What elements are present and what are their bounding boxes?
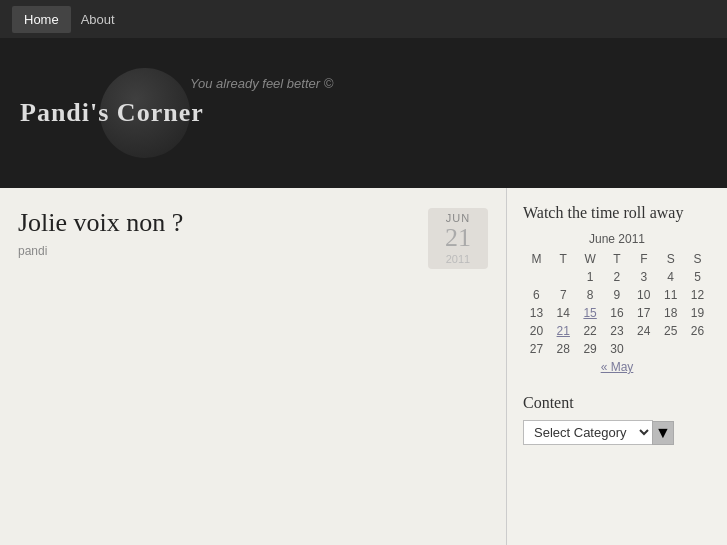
calendar-cell: 28 — [550, 340, 577, 358]
calendar-cell: 9 — [604, 286, 631, 304]
calendar-cell: 4 — [657, 268, 684, 286]
date-badge: JUN 21 2011 — [428, 208, 488, 269]
calendar-prev[interactable]: « May — [523, 358, 711, 376]
content-widget-title: Content — [523, 394, 711, 412]
main-layout: Jolie voix non ? pandi JUN 21 2011 Watch… — [0, 188, 727, 545]
cal-th-t1: T — [550, 250, 577, 268]
calendar-nav-row: « May — [523, 358, 711, 376]
calendar-cell: 26 — [684, 322, 711, 340]
calendar-cell: 2 — [604, 268, 631, 286]
calendar-cell: 17 — [630, 304, 657, 322]
nav-home[interactable]: Home — [12, 6, 71, 33]
calendar-table: June 2011 M T W T F S S 1234567891011121… — [523, 232, 711, 376]
date-day: 21 — [428, 224, 488, 253]
calendar-row: 27282930 — [523, 340, 711, 358]
cal-th-s2: S — [684, 250, 711, 268]
calendar-cell — [657, 340, 684, 358]
calendar-widget-title: Watch the time roll away — [523, 204, 711, 222]
calendar-date-link[interactable]: 21 — [557, 324, 570, 338]
site-header: You already feel better © Pandi's Corner — [0, 38, 727, 188]
site-title: Pandi's Corner — [20, 98, 204, 128]
calendar-cell: 20 — [523, 322, 550, 340]
calendar-cell: 12 — [684, 286, 711, 304]
calendar-cell: 1 — [577, 268, 604, 286]
header-tagline: You already feel better © — [190, 76, 333, 91]
content-area: Jolie voix non ? pandi JUN 21 2011 — [0, 188, 507, 545]
calendar-row: 12345 — [523, 268, 711, 286]
calendar-date-link[interactable]: 15 — [583, 306, 596, 320]
calendar-row: 13141516171819 — [523, 304, 711, 322]
blog-post: Jolie voix non ? pandi JUN 21 2011 — [18, 208, 488, 269]
date-year: 2011 — [428, 253, 488, 265]
calendar-cell: 14 — [550, 304, 577, 322]
category-select[interactable]: Select Category — [523, 420, 653, 445]
calendar-cell: 10 — [630, 286, 657, 304]
nav-about[interactable]: About — [71, 12, 125, 27]
calendar-cell: 23 — [604, 322, 631, 340]
sidebar: Watch the time roll away June 2011 M T W… — [507, 188, 727, 545]
calendar-cell: 7 — [550, 286, 577, 304]
post-meta: Jolie voix non ? pandi — [18, 208, 183, 258]
calendar-caption: June 2011 — [523, 232, 711, 246]
calendar-widget: Watch the time roll away June 2011 M T W… — [523, 204, 711, 376]
post-header: Jolie voix non ? pandi JUN 21 2011 — [18, 208, 488, 269]
calendar-cell — [630, 340, 657, 358]
cal-th-f: F — [630, 250, 657, 268]
calendar-cell — [523, 268, 550, 286]
calendar-cell: 19 — [684, 304, 711, 322]
post-author: pandi — [18, 244, 183, 258]
category-select-wrapper: Select Category ▼ — [523, 420, 711, 445]
calendar-cell: 27 — [523, 340, 550, 358]
content-widget: Content Select Category ▼ — [523, 394, 711, 445]
calendar-cell: 25 — [657, 322, 684, 340]
prev-month-link[interactable]: « May — [601, 360, 634, 374]
calendar-cell: 13 — [523, 304, 550, 322]
cal-th-s1: S — [657, 250, 684, 268]
calendar-cell: 29 — [577, 340, 604, 358]
calendar-cell: 5 — [684, 268, 711, 286]
calendar-header-row: M T W T F S S — [523, 250, 711, 268]
calendar-cell — [684, 340, 711, 358]
calendar-row: 6789101112 — [523, 286, 711, 304]
calendar-cell[interactable]: 15 — [577, 304, 604, 322]
navbar: Home About — [0, 0, 727, 38]
calendar-body: 1234567891011121314151617181920212223242… — [523, 268, 711, 358]
calendar-cell: 3 — [630, 268, 657, 286]
calendar-cell: 11 — [657, 286, 684, 304]
calendar-row: 20212223242526 — [523, 322, 711, 340]
cal-th-m: M — [523, 250, 550, 268]
calendar-cell: 24 — [630, 322, 657, 340]
calendar-cell: 18 — [657, 304, 684, 322]
calendar-cell: 8 — [577, 286, 604, 304]
calendar-cell: 6 — [523, 286, 550, 304]
calendar-cell: 30 — [604, 340, 631, 358]
select-arrow-icon[interactable]: ▼ — [652, 421, 674, 445]
calendar-cell[interactable]: 21 — [550, 322, 577, 340]
calendar-cell: 16 — [604, 304, 631, 322]
calendar-cell: 22 — [577, 322, 604, 340]
cal-th-t2: T — [604, 250, 631, 268]
cal-th-w: W — [577, 250, 604, 268]
calendar-cell — [550, 268, 577, 286]
post-title: Jolie voix non ? — [18, 208, 183, 238]
